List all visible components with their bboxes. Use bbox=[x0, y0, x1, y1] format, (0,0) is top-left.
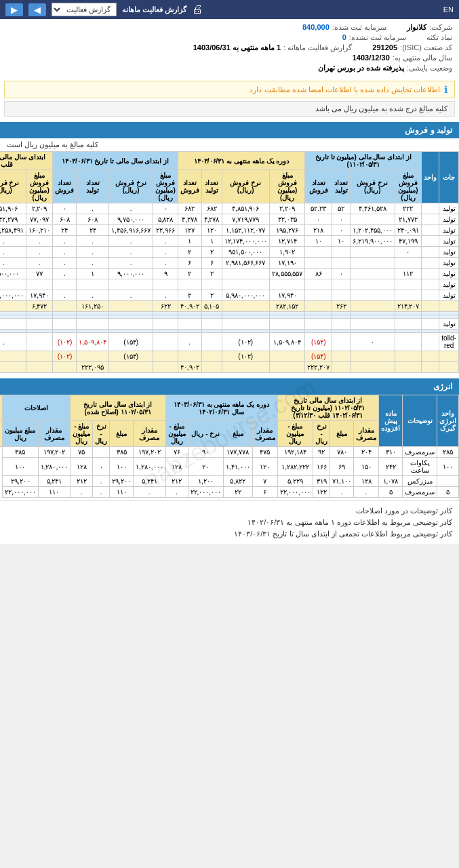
th-cy-mln: مبلغ - میلیون ریال bbox=[277, 421, 313, 447]
footer-note: کادر توضیحی مربوط اطلاعات تجمعی از ابتدا… bbox=[7, 528, 452, 540]
fiscal-year-value: 1403/12/30 bbox=[353, 54, 390, 62]
alert-text: اطلاعات تجایش داده شده با اطلاعات امضا ش… bbox=[250, 85, 440, 94]
th-pd-mb: مبلغ bbox=[224, 421, 253, 447]
th-rate2: نرخ فروش (ریال) bbox=[222, 170, 269, 203]
th-prod1: تعداد تولید bbox=[332, 170, 351, 203]
th-amount3: مبلغ فروش (میلیون ریال) bbox=[153, 170, 178, 203]
code-label: نماد تکثه bbox=[426, 33, 452, 42]
th-cons-added: ماده پیش افزوده bbox=[379, 395, 403, 447]
th-yt-mln: مبلغ - میلیون ریال bbox=[71, 421, 93, 447]
th-ytd-prev: دوره یک ماهه منتهی به ۱۴۰۳/۰۶/۳۱ bbox=[178, 152, 305, 170]
th-cr-mb: مبلغ میلیون ریال bbox=[3, 421, 39, 447]
th-prod3: تعداد تولید bbox=[77, 170, 109, 203]
main-content: شرکت: کلانوار سرمایه ثبت شده: 840,000 نم… bbox=[0, 19, 459, 544]
th-ytd-31prev: ابتدای سال مالی تا تاریخ ۱۴۰۳/۰۶/۳۱ قلب … bbox=[0, 152, 53, 170]
activity-report-label: گزارش فعالیت ماهانه : bbox=[283, 43, 352, 52]
th-cons-ytd: از ابتدای سال مالی تاریخ ۱۱۰۲/۰۵/۳۱ (اصل… bbox=[71, 395, 165, 421]
th-cons-startfy: از ابتدای سال مالی تاریخ ۱۱۰۲/۰۵/۳۱ (میل… bbox=[277, 395, 378, 421]
th-period: از ابتدای سال مالی (میلیون تا تاریخ ۱۱۰۲… bbox=[305, 152, 422, 170]
section-title: تولید و فروش bbox=[0, 122, 459, 138]
consumption-row: ۱۰۰یکاوات ساعت۲۴۲۱۵۰۶۹۱۶۶۱,۲۸۲,۲۲۲۱۲۰۱,۴… bbox=[0, 458, 459, 476]
th-cons-unit: واحد انرژی گیرک bbox=[437, 395, 459, 447]
consumption-row: ۲۸۵سرمصرف۳۱۰۲۰۴۷۸۰۹۲۱۹۲,۱۸۴۴۷۵۱۷۷,۷۷۸۹۰۷… bbox=[0, 447, 459, 458]
footer-notes: کادر توضیحات در مورد اصلاحاتکادر توضیحی … bbox=[0, 500, 459, 544]
th-prod2: تعداد تولید bbox=[201, 170, 222, 203]
top-bar-right: EN bbox=[443, 5, 454, 14]
info-icon: ℹ bbox=[444, 84, 447, 95]
print-icon[interactable]: 🖨 bbox=[192, 3, 203, 16]
th-cons-spec: توضیحات bbox=[403, 395, 437, 447]
th-unit: واحد bbox=[422, 152, 439, 203]
footer-note: کادر توضیحی مربوط به اطلاعات دوره ۱ ماهه… bbox=[7, 517, 452, 528]
nav-prev-btn[interactable]: ◀ bbox=[28, 3, 46, 16]
info-row-5: وضعیت بایشی: پذیرفته شده در بورس تهران bbox=[7, 64, 452, 73]
th-pd-mln: مبلغ - میلیون ریال bbox=[165, 421, 188, 447]
section-subtitle: کلیه مبالغ به میلیون ریال است bbox=[0, 138, 459, 151]
alert-box: ℹ اطلاعات تجایش داده شده با اطلاعات امضا… bbox=[4, 81, 455, 98]
info-row-1: شرکت: کلانوار سرمایه ثبت شده: 840,000 bbox=[7, 23, 452, 32]
nav-next-btn[interactable]: ▶ bbox=[5, 3, 23, 16]
section-subtitle-text: کلیه مبالغ به میلیون ریال است bbox=[7, 140, 98, 149]
th-pd-mq: مقدار مصرف bbox=[252, 421, 277, 447]
consumption-table-container: واحد انرژی گیرک توضیحات ماده پیش افزوده … bbox=[0, 395, 459, 498]
production-table: جات واحد از ابتدای سال مالی (میلیون تا ت… bbox=[0, 151, 459, 373]
th-sale1: تعداد فروش bbox=[305, 170, 332, 203]
consumption-title-text: انرژی bbox=[433, 382, 452, 391]
info-row-3: کد صنعت (ISIC): 291205 گزارش فعالیت ماها… bbox=[7, 43, 452, 52]
info-row-4: سال مالی منتهی به: 1403/12/30 bbox=[7, 54, 452, 62]
status-label: وضعیت بایشی: bbox=[407, 64, 452, 73]
company-label: شرکت: bbox=[429, 23, 452, 32]
th-cons-corr: اصلاحات bbox=[3, 395, 71, 421]
activity-report-value: 1 ماهه منتهی به 1403/06/31 bbox=[193, 43, 281, 52]
report-label: گزارش فعالیت ماهانه bbox=[122, 5, 186, 14]
info-row-2: نماد تکثه سرمایه ثبت نشده: 0 bbox=[7, 33, 452, 42]
th-rate3: نرخ فروش (ریال) bbox=[109, 170, 153, 203]
th-yt-mq: مقدار مصرف bbox=[133, 421, 165, 447]
section-title-text: تولید و فروش bbox=[405, 125, 452, 135]
th-cr-mq: مقدار مصرف bbox=[38, 421, 71, 447]
note-text: کلیه مبالغ درج شده به میلیون ریال می باش… bbox=[315, 104, 447, 113]
production-table-container: جات واحد از ابتدای سال مالی (میلیون تا ت… bbox=[0, 151, 459, 373]
status-value: پذیرفته شده در بورس تهران bbox=[318, 64, 404, 73]
th-cons-period: دوره یک ماهه منتهی به ۱۴۰۳/۰۶/۳۱ سال ۱۴۰… bbox=[165, 395, 277, 421]
th-cons-ytdcurrent: از ابتدای سال مالی تا تاریخ ۱۱۰۲/۰۵/۳۱ bbox=[0, 395, 3, 421]
report-title: 🖨 گزارش فعالیت ماهانه گزارش فعالیت ◀ ▶ bbox=[5, 3, 203, 16]
th-details: جات bbox=[439, 152, 459, 203]
unregistered-capital-value: 0 bbox=[342, 33, 346, 42]
th-ytc-mq: مقدار مصرف bbox=[0, 421, 3, 447]
industry-code-value: 291205 bbox=[372, 43, 397, 52]
unregistered-capital-label: سرمایه ثبت نشده: bbox=[349, 33, 406, 42]
footer-note: کادر توضیحات در مورد اصلاحات bbox=[7, 505, 452, 517]
lang-label: EN bbox=[443, 5, 454, 14]
th-pd-nrx: نرخ - ریال bbox=[188, 421, 224, 447]
consumption-row: میزرکس۱,۰۷۸۱۲۸۷۱,۱۰۰۳۱۹۵,۲۲۹۷۵,۸۲۲۱,۲۰۰۲… bbox=[0, 476, 459, 487]
company-info: شرکت: کلانوار سرمایه ثبت شده: 840,000 نم… bbox=[0, 19, 459, 78]
th-cy-mb: مبلغ bbox=[330, 421, 354, 447]
registered-capital-value: 840,000 bbox=[302, 23, 330, 32]
th-amount2: مبلغ فروش (میلیون ریال) bbox=[269, 170, 305, 203]
th-amount4: مبلغ فروش (میلیون ریال) bbox=[26, 170, 53, 203]
top-bar: EN 🖨 گزارش فعالیت ماهانه گزارش فعالیت ◀ … bbox=[0, 0, 459, 19]
th-yt-nrx: نرخ - ریال bbox=[93, 421, 110, 447]
company-value: کلانوار bbox=[407, 23, 426, 32]
industry-code-label: کد صنعت (ISIC): bbox=[400, 43, 452, 52]
th-ytd-31: از ابتدای سال مالی تا تاریخ ۱۴۰۳/۰۶/۳۱ bbox=[53, 152, 178, 170]
th-rate4: نرخ فروش (ریال) bbox=[0, 170, 26, 203]
report-select[interactable]: گزارش فعالیت bbox=[52, 3, 117, 16]
th-cy-mq: مقدار مصرف bbox=[354, 421, 379, 447]
registered-capital-label: سرمایه ثبت شده: bbox=[332, 23, 386, 32]
consumption-section-title: انرژی bbox=[0, 378, 459, 395]
th-rate1: نرخ فروش (ریال) bbox=[351, 170, 395, 203]
th-cy-nrx: نرخ - ریال bbox=[313, 421, 330, 447]
th-sale2: تعداد فروش bbox=[178, 170, 201, 203]
th-amount1: مبلغ فروش (میلیون ریال) bbox=[395, 170, 422, 203]
fiscal-year-label: سال مالی منتهی به: bbox=[393, 54, 452, 62]
th-sale3: تعداد فروش bbox=[53, 170, 77, 203]
note-box: کلیه مبالغ درج شده به میلیون ریال می باش… bbox=[4, 101, 455, 117]
consumption-row: ۵سرمصرف۵..۱۲۲۲۲,۰۰۰,۰۰۰۶۲۲۲۲,۰۰۰,۰۰۰..۱۱… bbox=[0, 487, 459, 498]
th-yt-mb: مبلغ bbox=[110, 421, 134, 447]
consumption-table: واحد انرژی گیرک توضیحات ماده پیش افزوده … bbox=[0, 395, 459, 498]
